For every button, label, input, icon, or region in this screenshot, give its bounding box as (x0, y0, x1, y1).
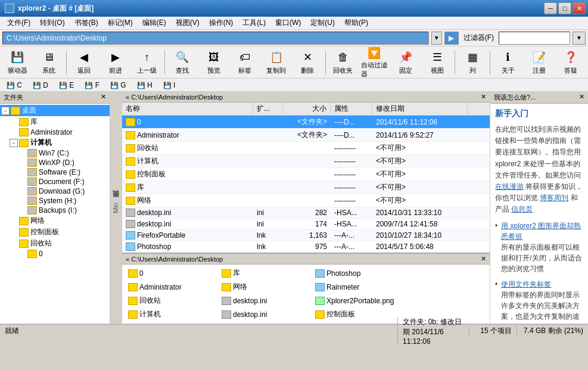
col-header-ext[interactable]: 扩... (253, 102, 283, 115)
tree-item-Win7 (C:)[interactable]: Win7 (C:) (0, 148, 110, 158)
file-grid-item[interactable]: desktop.ini (218, 308, 310, 321)
help-bullet-link[interactable]: 用 xplorer2 图形界面却熟悉希班 (501, 222, 581, 241)
file-grid-item[interactable]: 库 (218, 267, 310, 279)
toolbar-btn-查找[interactable]: 🔍查找 (167, 48, 198, 77)
address-input[interactable] (2, 32, 429, 45)
go-button[interactable]: ▶ (444, 32, 459, 45)
toolbar-btn-视图[interactable]: ☰视图 (422, 48, 452, 77)
file-row[interactable]: desktop.ini ini 174 -HSA... 2009/7/14 12… (122, 219, 490, 230)
help-link-blog[interactable]: 博客周刊 (540, 194, 568, 202)
toolbar-btn-系统[interactable]: 🖥系统 (34, 48, 64, 77)
address-dropdown[interactable]: ▼ (431, 32, 442, 45)
tree-item-0[interactable]: 0 (0, 249, 110, 259)
menu-item[interactable]: 帮助(P) (340, 17, 373, 29)
tree-item-WinXP (D:)[interactable]: WinXP (D:) (0, 158, 110, 167)
file-grid-item[interactable]: 回收站 (125, 294, 217, 307)
drive-item-I[interactable]: 💾 I (159, 80, 180, 91)
toolbar-btn-前进[interactable]: ▶前进 (101, 48, 131, 77)
file-row[interactable]: 库 --------- <不可用> (122, 181, 490, 194)
menu-item[interactable]: 窗口(W) (270, 17, 306, 29)
tree-item-库[interactable]: 库 (0, 116, 110, 128)
file-row[interactable]: 控制面板 --------- <不可用> (122, 168, 490, 181)
menu-item[interactable]: 操作(N) (204, 17, 238, 29)
file-grid-item[interactable]: Administrator (125, 281, 217, 293)
menu-item[interactable]: 编辑(E) (138, 17, 171, 29)
file-row[interactable]: FirefoxPortable lnk 1,163 ---A-... 2010/… (122, 230, 490, 241)
tree-item-控制面板[interactable]: 控制面板 (0, 226, 110, 238)
toolbar-btn-列[interactable]: ▦列 (458, 48, 488, 77)
toolbar-btn-返回[interactable]: ◀返回 (69, 48, 99, 77)
toolbar-btn-删除[interactable]: ✕删除 (293, 48, 323, 77)
tree-item-System (H:)[interactable]: System (H:) (0, 196, 110, 206)
file-row[interactable]: 0 <文件夹> ----D... 2014/11/6 11:12:06 (122, 116, 490, 129)
file-pane-bottom-close[interactable]: ✕ (481, 255, 486, 263)
file-row[interactable]: 计算机 --------- <不可用> (122, 155, 490, 168)
drive-item-G[interactable]: 💾 G (106, 80, 130, 91)
menu-item[interactable]: 视图(V) (171, 17, 204, 29)
tree-item-Backups (I:)[interactable]: Backups (I:) (0, 206, 110, 215)
file-grid-item[interactable]: 控制面板 (125, 322, 217, 324)
folder-tree-close[interactable]: ✕ (101, 93, 106, 102)
toolbar-btn-答疑[interactable]: ❓答疑 (555, 48, 586, 77)
toolbar-btn-预览[interactable]: 🖼预览 (198, 48, 229, 77)
file-grid-item[interactable]: 腾讯QQ (312, 322, 404, 324)
file-row[interactable]: 回收站 --------- <不可用> (122, 142, 490, 155)
menu-item[interactable]: 书签(B) (70, 17, 103, 29)
toolbar-btn-上一级[interactable]: ↑上一级 (132, 48, 162, 77)
tree-item-Document (F:)[interactable]: Document (F:) (0, 177, 110, 186)
toolbar-btn-驱动器[interactable]: 💾驱动器 (2, 48, 33, 77)
help-bullet-link[interactable]: 使用文件夹标签 (501, 280, 551, 288)
toolbar-btn-复制到[interactable]: 📋复制到 (261, 48, 291, 77)
drive-item-D[interactable]: 💾 D (29, 80, 52, 91)
toolbar-btn-自动过滤器[interactable]: 🔽自动过滤器 (359, 48, 390, 77)
col-header-date[interactable]: 修改日期 (372, 102, 468, 115)
help-link-info[interactable]: 信息页 (511, 205, 533, 213)
drive-item-E[interactable]: 💾 E (55, 80, 78, 91)
drive-item-C[interactable]: 💾 C (2, 80, 26, 91)
col-header-name[interactable]: 名称 (122, 102, 253, 115)
file-grid-item[interactable]: FirefoxPortable (218, 322, 310, 324)
drive-item-F[interactable]: 💾 F (80, 80, 104, 91)
tree-item-回收站[interactable]: 回收站 (0, 238, 110, 249)
file-grid-item[interactable]: 网络 (218, 281, 310, 293)
menu-item[interactable]: 文件(F) (2, 17, 35, 29)
filter-input[interactable] (499, 32, 570, 45)
file-grid-item[interactable]: Rainmeter (312, 281, 404, 293)
menu-item[interactable]: 定制(U) (306, 17, 340, 29)
col-header-attr[interactable]: 属性 (331, 102, 372, 115)
file-grid-item[interactable]: Photoshop (312, 267, 404, 279)
help-panel-close[interactable]: ✕ (579, 93, 584, 102)
file-grid-item[interactable]: Xplorer2Portable.png (312, 294, 404, 307)
file-row[interactable]: Administrator <文件夹> ----D... 2014/11/6 9… (122, 129, 490, 142)
tree-item-网络[interactable]: 网络 (0, 215, 110, 226)
file-grid-item[interactable]: 计算机 (125, 308, 217, 321)
file-pane-top-close[interactable]: ✕ (481, 93, 486, 101)
file-row[interactable]: Photoshop lnk 975 ---A-... 2014/5/17 5:0… (122, 241, 490, 253)
menu-item[interactable]: 转到(O) (35, 17, 69, 29)
file-grid-item[interactable]: 0 (125, 267, 217, 279)
file-row[interactable]: desktop.ini ini 282 -HSA... 2014/10/31 1… (122, 207, 490, 219)
tree-expand-桌面[interactable]: − (1, 107, 10, 115)
menu-item[interactable]: 工具(L) (238, 17, 270, 29)
toolbar-btn-关于[interactable]: ℹ关于 (493, 48, 523, 77)
file-grid-item[interactable]: desktop.ini (218, 294, 310, 307)
minimize-button[interactable]: ─ (544, 2, 557, 14)
tree-item-Administrator[interactable]: Administrator (0, 128, 110, 137)
col-header-size[interactable]: 大小 (283, 102, 331, 115)
file-grid-item[interactable]: 控制面板 (312, 308, 404, 321)
toolbar-btn-回收夹[interactable]: 🗑回收夹 (328, 48, 359, 77)
file-row[interactable]: 网络 --------- <不可用> (122, 194, 490, 207)
tree-item-Download (G:)[interactable]: Download (G:) (0, 186, 110, 196)
toolbar-btn-注册[interactable]: 📝注册 (524, 48, 555, 77)
menu-item[interactable]: 标记(M) (103, 17, 138, 29)
drive-item-H[interactable]: 💾 H (133, 80, 157, 91)
tree-item-桌面[interactable]: −桌面 (0, 105, 110, 116)
help-link-tour[interactable]: 在线漫游 (495, 182, 524, 191)
toolbar-btn-标签[interactable]: 🏷标签 (230, 48, 260, 77)
tree-item-计算机[interactable]: −计算机 (0, 137, 110, 148)
tree-expand-计算机[interactable]: − (10, 139, 18, 147)
toolbar-btn-固定[interactable]: 📌固定 (391, 48, 421, 77)
tree-item-Software (E:)[interactable]: Software (E:) (0, 167, 110, 177)
maximize-button[interactable]: □ (558, 2, 571, 14)
filter-options-button[interactable]: ▼ (573, 32, 586, 45)
